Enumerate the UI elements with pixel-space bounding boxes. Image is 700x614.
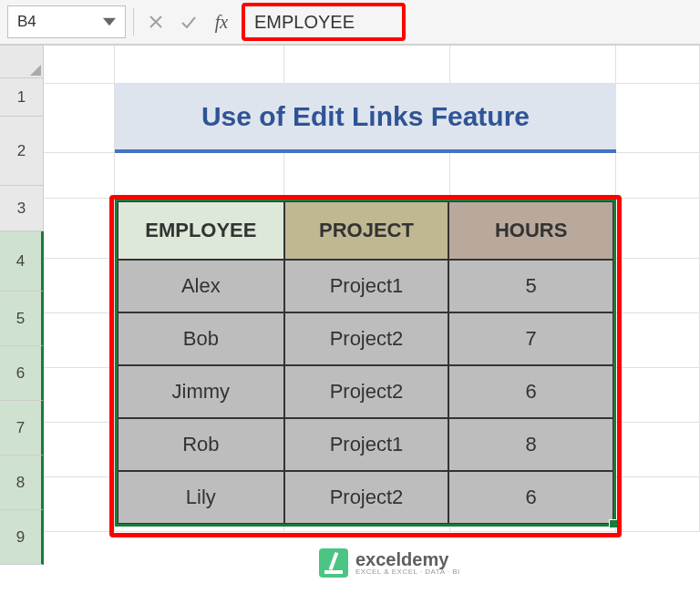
- table-cell[interactable]: Project1: [284, 418, 449, 471]
- sheet-title[interactable]: Use of Edit Links Feature: [115, 84, 616, 153]
- name-box-value: B4: [17, 13, 36, 31]
- table-cell[interactable]: Alex: [118, 260, 284, 312]
- cell[interactable]: [44, 368, 115, 423]
- cell[interactable]: [616, 477, 700, 532]
- cell[interactable]: [616, 84, 700, 153]
- cell[interactable]: [616, 313, 700, 368]
- table-header-employee[interactable]: EMPLOYEE: [118, 201, 284, 260]
- enter-icon[interactable]: [174, 7, 203, 36]
- cell[interactable]: [44, 46, 115, 84]
- formula-value: EMPLOYEE: [254, 12, 355, 33]
- cell[interactable]: [44, 199, 115, 259]
- table-cell[interactable]: 6: [448, 471, 613, 524]
- name-box[interactable]: B4: [7, 5, 126, 38]
- cell[interactable]: [450, 46, 616, 84]
- cell[interactable]: [616, 259, 700, 313]
- row-header-3[interactable]: 3: [0, 186, 44, 231]
- table-cell[interactable]: Bob: [118, 312, 284, 365]
- table-cell[interactable]: Lily: [118, 471, 284, 524]
- select-all-corner[interactable]: [0, 46, 44, 78]
- cell[interactable]: [44, 259, 115, 313]
- data-table: EMPLOYEE PROJECT HOURS Alex Project1 5 B…: [115, 199, 616, 527]
- table-cell[interactable]: 5: [448, 260, 613, 312]
- row-header-8[interactable]: 8: [0, 455, 44, 510]
- row-header-2[interactable]: 2: [0, 117, 44, 186]
- table-cell[interactable]: Project2: [284, 471, 449, 524]
- watermark: exceldemy EXCEL & EXCEL · DATA · BI: [319, 548, 460, 578]
- row-header-1[interactable]: 1: [0, 78, 44, 117]
- row-header-7[interactable]: 7: [0, 401, 44, 455]
- cell[interactable]: [616, 423, 700, 477]
- cell[interactable]: [44, 84, 115, 153]
- table-cell[interactable]: Project2: [284, 312, 449, 365]
- table-header-project[interactable]: PROJECT: [284, 201, 449, 260]
- row-header-4[interactable]: 4: [0, 231, 44, 292]
- cancel-icon[interactable]: [141, 7, 170, 36]
- row-header-9[interactable]: 9: [0, 510, 44, 565]
- cell[interactable]: [115, 46, 284, 84]
- divider: [133, 8, 134, 36]
- spreadsheet-grid: 1 2 3 4 5 6 7 8 9 A B C D Use o: [0, 46, 700, 612]
- table-cell[interactable]: 8: [448, 418, 613, 471]
- cell[interactable]: [44, 153, 115, 199]
- table-cell[interactable]: Jimmy: [118, 365, 284, 418]
- table-cell[interactable]: Rob: [118, 418, 284, 471]
- cell[interactable]: [616, 153, 700, 199]
- table-cell[interactable]: 7: [448, 312, 613, 365]
- watermark-tagline: EXCEL & EXCEL · DATA · BI: [355, 568, 460, 576]
- formula-input-highlight[interactable]: EMPLOYEE: [242, 3, 406, 41]
- exceldemy-logo-icon: [319, 548, 348, 578]
- table-header-hours[interactable]: HOURS: [448, 201, 613, 260]
- watermark-brand: exceldemy: [355, 550, 460, 568]
- chevron-down-icon: [103, 17, 116, 26]
- fill-handle[interactable]: [609, 519, 618, 528]
- table-cell[interactable]: Project1: [284, 260, 449, 312]
- cell[interactable]: [284, 153, 450, 199]
- cell[interactable]: [115, 153, 284, 199]
- table-cell[interactable]: Project2: [284, 365, 449, 418]
- formula-bar: B4 fx EMPLOYEE: [0, 0, 700, 46]
- row-header-5[interactable]: 5: [0, 292, 44, 346]
- cell[interactable]: [284, 46, 450, 84]
- cell[interactable]: [616, 199, 700, 259]
- cell[interactable]: [44, 477, 115, 532]
- cell[interactable]: [616, 368, 700, 423]
- cell[interactable]: [450, 153, 616, 199]
- fx-icon[interactable]: fx: [207, 7, 236, 36]
- cell[interactable]: [616, 46, 700, 84]
- table-cell[interactable]: 6: [448, 365, 613, 418]
- cell[interactable]: [44, 313, 115, 368]
- cell[interactable]: [44, 423, 115, 477]
- row-header-6[interactable]: 6: [0, 346, 44, 401]
